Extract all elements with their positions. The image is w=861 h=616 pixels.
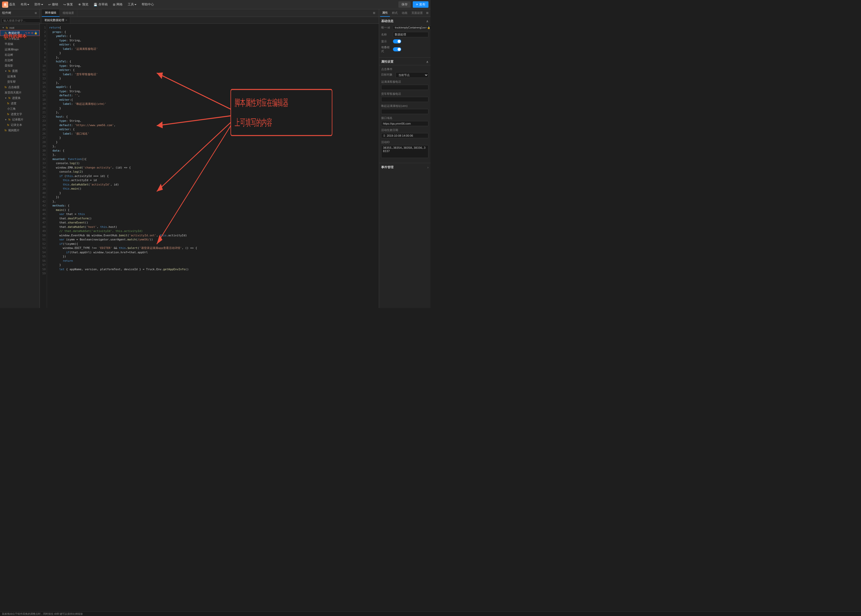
component-tree-list: ▼ fx root fx 数据处理 ✎ 👁 ⚙ 🔒 fx分享配置 平底锅 运满满… [0, 24, 39, 134]
click-event-label: 点击事件 [381, 67, 428, 71]
draft-btn[interactable]: 💾存草稿 [91, 1, 110, 8]
layout-btn[interactable]: 布局 [19, 1, 31, 8]
stack-label: 堆叠模式 [381, 46, 392, 53]
name-row: 名称 数据处理 [381, 32, 428, 37]
file-tab-active[interactable]: 初始化数据处理 ✕ [42, 17, 70, 24]
preview-btn[interactable]: 👁预览 [76, 1, 90, 8]
app-logo: 磊 磊良 [2, 2, 16, 8]
redo-btn[interactable]: ↪恢复 [61, 1, 75, 8]
tel-ymm-label: 运满满客服电话 [381, 80, 428, 84]
activity-id-textarea[interactable]: 38355,38354,38358,38336,38337 [381, 145, 428, 158]
center-panel: 脚本编辑 组组场景 ⊞ 初始化数据处理 ✕ 12345 678910 11121… [40, 9, 379, 308]
unique-id-row: 唯一-id truck/emptyContainerqj1oo ⎘ 🔒 [381, 25, 428, 30]
tree-item-pan[interactable]: 平底锅 [0, 41, 39, 47]
tel-ymm-input[interactable] [381, 85, 428, 90]
arrow-icon: ▼ [2, 27, 5, 29]
main-layout: 组件树 ⊞ ✕ 🔍 ▼ fx root fx 数据处理 ✎ 👁 ⚙ 🔒 [0, 9, 430, 308]
tel-hcb-input[interactable] [381, 97, 428, 102]
component-search-input[interactable] [2, 18, 41, 23]
tree-item-triangle[interactable]: 小三角 [0, 106, 39, 112]
tree-item-progress-inner[interactable]: fx进度 [0, 101, 39, 106]
save-button[interactable]: 保存 [398, 1, 411, 8]
component-tree-header: 组件树 ⊞ [0, 9, 39, 17]
publish-button[interactable]: ✈ 发布 [413, 1, 428, 8]
tree-item-right-tree[interactable]: 右边树 [0, 52, 39, 58]
display-label: 显示 [381, 39, 392, 43]
name-label: 名称 [381, 33, 392, 36]
event-management-section[interactable]: 事件管理 › [379, 163, 430, 171]
tree-item-active[interactable]: fx 数据处理 ✎ 👁 ⚙ 🔒 [0, 30, 39, 36]
tree-item-ymm[interactable]: 运满满 [0, 74, 39, 79]
tab-properties[interactable]: 属性 [380, 9, 390, 17]
arrow-icon: ▼ [5, 97, 7, 99]
host-label: 接口域名 [381, 116, 428, 120]
tools-btn[interactable]: 工具 [126, 1, 139, 8]
editor-expand-icon[interactable]: ⊞ [371, 10, 377, 16]
host-input[interactable]: https://qa.ymm56.com [381, 121, 428, 126]
right-panel: 属性 样式 动画 页面设置 ⊞ 基础信息 ∧ 唯一-id truck/empty… [379, 9, 430, 308]
stack-toggle[interactable] [393, 47, 401, 51]
tree-item-progress-text[interactable]: fx进度文字 [0, 112, 39, 117]
name-value-field[interactable]: 数据处理 [393, 32, 428, 37]
file-tab-close[interactable]: ✕ [65, 19, 67, 22]
tree-item-egg[interactable]: ▼ fx蛋图 [0, 68, 39, 74]
tab-script-edit[interactable]: 脚本编辑 [42, 9, 60, 17]
tree-item-left-tree[interactable]: 左边树 [0, 58, 39, 63]
activity-id-label: 活动ID [381, 140, 428, 144]
help-btn[interactable]: 帮助中心 [140, 1, 156, 8]
tree-item-root[interactable]: ▼ fx root [0, 25, 39, 30]
tree-item-rule-img[interactable]: fx规则图片 [0, 128, 39, 133]
undo-btn[interactable]: ↩撤销 [46, 1, 60, 8]
tab-page-settings[interactable]: 页面设置 [409, 9, 425, 16]
basic-info-section: 基础信息 ∧ 唯一-id truck/emptyContainerqj1oo ⎘… [379, 17, 430, 58]
tree-item-record-img[interactable]: ▼ fx记录图片 [0, 117, 39, 122]
tree-item-progress[interactable]: ▼ fx进度条 [0, 95, 39, 101]
tree-item-click-egg[interactable]: fx点击碰蛋 [0, 85, 39, 90]
code-editor-area: 12345 678910 1112131415 1617181920 21222… [40, 24, 379, 308]
app-title: 磊良 [9, 2, 16, 7]
tree-item-shadow[interactable]: 蛋投影 [0, 63, 39, 68]
component-btn[interactable]: 部件 [32, 1, 45, 8]
basic-info-title: 基础信息 [381, 19, 394, 24]
display-toggle[interactable] [393, 39, 401, 43]
tree-item-img4day[interactable]: 发货四天图片 [0, 90, 39, 95]
activity-date-field[interactable]: 🗓 2019-10-08 14:00:06 [381, 133, 428, 138]
event-mgmt-label: 事件管理 [381, 165, 394, 170]
unique-id-value: truck/emptyContainerqj1oo ⎘ 🔒 [393, 25, 430, 30]
app-url-label: 唤起运满满地址(utm) [381, 104, 428, 108]
activity-date-label: 活动生效日期 [381, 128, 428, 132]
target-label: 目标对象 [381, 73, 394, 77]
arrow-icon: ▼ [5, 118, 7, 121]
tab-animation[interactable]: 动画 [400, 9, 409, 16]
tab-style[interactable]: 样式 [390, 9, 400, 16]
activity-date-value: 2019-10-08 14:00:06 [387, 134, 413, 137]
right-panel-expand-icon[interactable]: ⊞ [425, 10, 430, 16]
editor-tab-bar: 脚本编辑 组组场景 ⊞ [40, 9, 379, 17]
code-content[interactable]: return{ props: { ymmTel: { type: String,… [47, 24, 379, 308]
tree-item-share[interactable]: fx分享配置 [0, 36, 39, 41]
tree-item-record-text[interactable]: fx记录文本 [0, 122, 39, 128]
chevron-down-icon [134, 4, 137, 5]
stack-row: 堆叠模式 [381, 46, 428, 53]
component-tree-title: 组件树 [2, 11, 11, 15]
display-row: 显示 [381, 39, 428, 43]
target-select[interactable]: 当前节点 [395, 72, 428, 78]
file-tab-bar: 初始化数据处理 ✕ [40, 17, 379, 24]
basic-info-collapse[interactable]: ∧ [426, 19, 428, 23]
grid-btn[interactable]: ⊞网格 [111, 1, 124, 8]
line-numbers: 12345 678910 1112131415 1617181920 21222… [40, 24, 47, 308]
component-search-bar: ✕ 🔍 [0, 17, 39, 24]
attr-section: 点击事件 目标对象 当前节点 运满满客服电话 货车帮客服电话 唤起运满满地址(u… [379, 65, 430, 163]
right-panel-tabs: 属性 样式 动画 页面设置 ⊞ [379, 9, 430, 17]
app-url-input[interactable] [381, 109, 428, 114]
unique-id-label: 唯一-id [381, 26, 392, 30]
tree-item-logo[interactable]: 运满满logo [0, 47, 39, 52]
left-panel: 组件树 ⊞ ✕ 🔍 ▼ fx root fx 数据处理 ✎ 👁 ⚙ 🔒 [0, 9, 40, 308]
grid-view-icon[interactable]: ⊞ [34, 11, 38, 15]
tab-group-scene[interactable]: 组组场景 [60, 9, 77, 16]
calendar-icon: 🗓 [383, 134, 386, 137]
attr-settings-collapse[interactable]: ∧ [426, 60, 428, 64]
chevron-down-icon [41, 4, 43, 5]
tree-item-hcb[interactable]: 货车帮 [0, 79, 39, 85]
lock-icon[interactable]: 🔒 [427, 26, 430, 29]
